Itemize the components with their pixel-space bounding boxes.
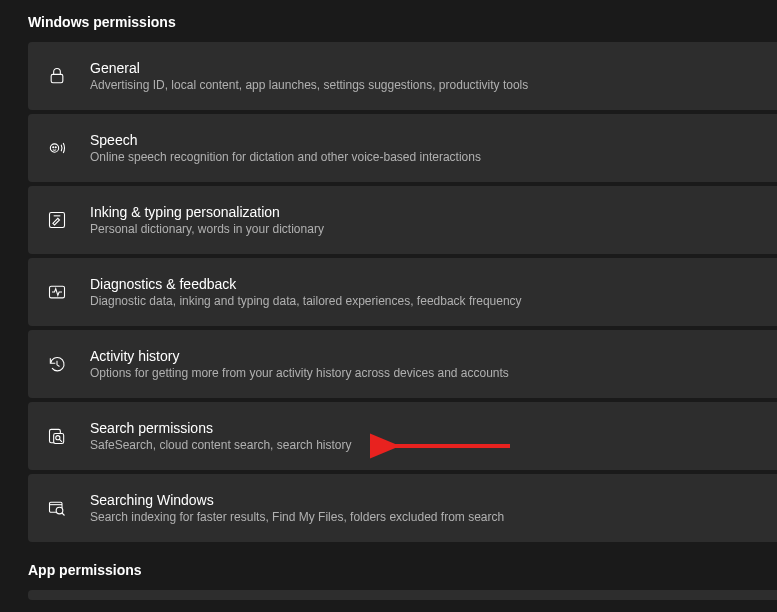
item-title: Inking & typing personalization [90,204,324,220]
settings-item-speech[interactable]: Speech Online speech recognition for dic… [28,114,777,182]
svg-point-2 [53,147,54,148]
settings-item-activity-history[interactable]: Activity history Options for getting mor… [28,330,777,398]
svg-point-3 [55,147,56,148]
item-subtitle: Online speech recognition for dictation … [90,150,481,164]
settings-item-inking-typing[interactable]: Inking & typing personalization Personal… [28,186,777,254]
inking-icon [46,209,68,231]
svg-rect-4 [50,213,65,228]
searching-windows-icon [46,497,68,519]
svg-line-14 [62,513,65,516]
item-title: Searching Windows [90,492,504,508]
svg-rect-0 [51,74,63,82]
settings-item-searching-windows[interactable]: Searching Windows Search indexing for fa… [28,474,777,542]
item-text: General Advertising ID, local content, a… [90,60,528,92]
settings-list-windows-permissions: General Advertising ID, local content, a… [28,42,777,542]
item-text: Inking & typing personalization Personal… [90,204,324,236]
item-text: Diagnostics & feedback Diagnostic data, … [90,276,522,308]
settings-item-diagnostics[interactable]: Diagnostics & feedback Diagnostic data, … [28,258,777,326]
item-title: General [90,60,528,76]
search-permissions-icon [46,425,68,447]
settings-item-search-permissions[interactable]: Search permissions SafeSearch, cloud con… [28,402,777,470]
item-text: Activity history Options for getting mor… [90,348,509,380]
item-title: Activity history [90,348,509,364]
svg-point-13 [56,507,63,514]
settings-item-placeholder[interactable] [28,590,777,600]
item-subtitle: SafeSearch, cloud content search, search… [90,438,351,452]
section-header-windows-permissions: Windows permissions [28,0,777,42]
svg-rect-8 [54,434,64,444]
item-text: Speech Online speech recognition for dic… [90,132,481,164]
item-subtitle: Advertising ID, local content, app launc… [90,78,528,92]
speech-icon [46,137,68,159]
item-text: Search permissions SafeSearch, cloud con… [90,420,351,452]
item-title: Search permissions [90,420,351,436]
item-title: Diagnostics & feedback [90,276,522,292]
svg-point-1 [50,144,58,152]
item-text: Searching Windows Search indexing for fa… [90,492,504,524]
item-title: Speech [90,132,481,148]
history-icon [46,353,68,375]
item-subtitle: Personal dictionary, words in your dicti… [90,222,324,236]
settings-list-app-permissions [28,590,777,600]
diagnostics-icon [46,281,68,303]
section-header-app-permissions: App permissions [28,542,777,590]
item-subtitle: Search indexing for faster results, Find… [90,510,504,524]
lock-icon [46,65,68,87]
item-subtitle: Options for getting more from your activ… [90,366,509,380]
item-subtitle: Diagnostic data, inking and typing data,… [90,294,522,308]
settings-item-general[interactable]: General Advertising ID, local content, a… [28,42,777,110]
